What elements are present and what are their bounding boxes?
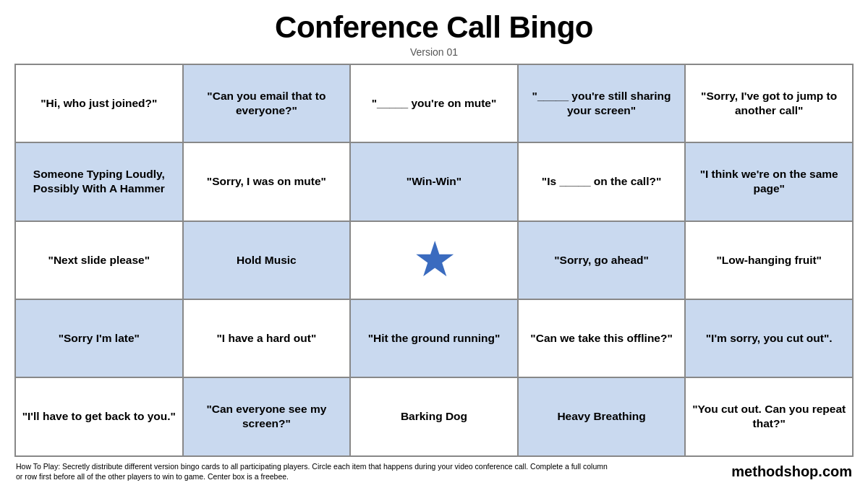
bingo-cell-r3-c2: "Hit the ground running" bbox=[350, 299, 518, 377]
bingo-cell-r4-c4: "You cut out. Can you repeat that?" bbox=[685, 377, 853, 455]
bingo-cell-r4-c2: Barking Dog bbox=[350, 377, 518, 455]
bingo-cell-r0-c4: "Sorry, I've got to jump to another call… bbox=[685, 64, 853, 142]
bingo-cell-r3-c4: "I'm sorry, you cut out". bbox=[685, 299, 853, 377]
page-title: Conference Call Bingo bbox=[275, 10, 593, 45]
bingo-cell-r3-c1: "I have a hard out" bbox=[183, 299, 351, 377]
bingo-cell-r2-c1: Hold Music bbox=[183, 221, 351, 299]
version-label: Version 01 bbox=[410, 46, 458, 58]
bingo-cell-r2-c0: "Next slide please" bbox=[15, 221, 183, 299]
bingo-cell-r0-c3: "_____ you're still sharing your screen" bbox=[518, 64, 686, 142]
bingo-cell-r1-c0: Someone Typing Loudly, Possibly With A H… bbox=[15, 142, 183, 221]
bingo-cell-r4-c3: Heavy Breathing bbox=[518, 377, 686, 455]
footer: How To Play: Secretly distribute differe… bbox=[14, 461, 854, 482]
bingo-cell-r0-c2: "_____ you're on mute" bbox=[350, 64, 518, 142]
bingo-cell-r2-c2: ★ bbox=[350, 221, 518, 299]
bingo-table: "Hi, who just joined?""Can you email tha… bbox=[14, 64, 854, 457]
bingo-cell-r2-c3: "Sorry, go ahead" bbox=[518, 221, 686, 299]
bingo-cell-r0-c1: "Can you email that to everyone?" bbox=[183, 64, 351, 142]
footer-instructions: How To Play: Secretly distribute differe… bbox=[16, 461, 609, 482]
bingo-cell-r4-c1: "Can everyone see my screen?" bbox=[183, 377, 351, 455]
bingo-cell-r3-c3: "Can we take this offline?" bbox=[518, 299, 686, 377]
bingo-cell-r0-c0: "Hi, who just joined?" bbox=[15, 64, 183, 142]
footer-brand: methodshop.com bbox=[731, 463, 852, 480]
bingo-cell-r2-c4: "Low-hanging fruit" bbox=[685, 221, 853, 299]
bingo-cell-r3-c0: "Sorry I'm late" bbox=[15, 299, 183, 377]
bingo-cell-r1-c3: "Is _____ on the call?" bbox=[518, 142, 686, 221]
bingo-cell-r1-c2: "Win-Win" bbox=[350, 142, 518, 221]
bingo-cell-r1-c4: "I think we're on the same page" bbox=[685, 142, 853, 221]
bingo-cell-r1-c1: "Sorry, I was on mute" bbox=[183, 142, 351, 221]
bingo-cell-r4-c0: "I'll have to get back to you." bbox=[15, 377, 183, 455]
